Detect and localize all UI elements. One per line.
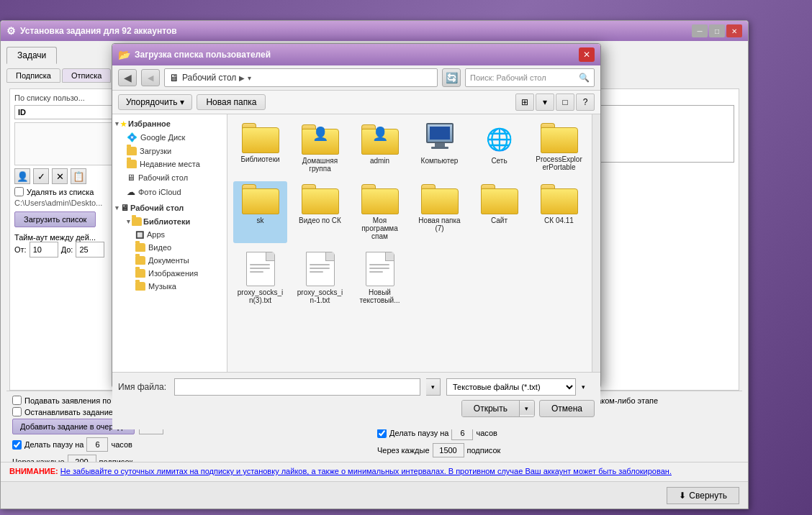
file-item[interactable]: ProcessExplorerPortable [532,120,586,176]
user-icon-btn1[interactable]: 👤 [14,168,30,184]
images-label: Изображения [148,269,198,278]
sidebar-item-desktop-fav[interactable]: 🖥 Рабочий стол [112,170,227,185]
file-item[interactable]: proxy_socks_in-1.txt [293,249,347,307]
subtab-unsubscription[interactable]: Отписка [62,68,111,83]
dialog-buttons: Открыть ▾ Отмена [118,400,595,417]
txt-file-icon [306,252,335,286]
warning-text[interactable]: Не забывайте о суточных лимитах на подпи… [60,467,672,475]
sidebar-item-documents[interactable]: Документы [112,254,227,267]
sidebar-item-icloud[interactable]: ☁ Фото iCloud [112,185,227,199]
folder-icon [541,184,578,214]
sidebar-item-images[interactable]: Изображения [112,267,227,280]
open-button-group[interactable]: Открыть ▾ [461,400,535,417]
file-item[interactable]: 🌐 Сеть [472,120,526,176]
file-item[interactable]: Новая папка (7) [412,181,466,243]
refresh-button[interactable]: 🔄 [442,68,461,87]
file-label: СК 04.11 [544,217,574,224]
filename-input[interactable] [174,378,420,396]
folder-icon [541,123,578,153]
sidebar-item-downloads[interactable]: Загрузки [112,145,227,158]
file-item[interactable]: Компьютер [412,120,466,176]
filename-dropdown-btn[interactable]: ▾ [426,378,441,396]
tab-tasks[interactable]: Задачи [6,47,57,64]
from-input[interactable] [30,242,58,258]
organize-arrow: ▾ [180,97,184,107]
file-label: Моя программа спам [356,217,404,240]
filetype-select[interactable]: Текстовые файлы (*.txt) [446,378,576,396]
checkbox-remove[interactable] [14,187,24,196]
desktop-group-header[interactable]: ▾ 🖥 Рабочий стол [112,201,227,215]
icloud-icon: ☁ [127,187,135,197]
file-item[interactable]: Видео по СК [293,181,347,243]
open-button-main[interactable]: Открыть [462,401,520,416]
sidebar-item-video[interactable]: Видео [112,241,227,254]
view-preview-btn[interactable]: □ [556,94,574,111]
file-item[interactable]: 👤 admin [353,120,407,176]
pause-left-unit: часов [111,440,132,449]
dialog-close-button[interactable]: ✕ [579,47,595,62]
txt-file-icon [246,252,275,286]
sidebar-item-music[interactable]: Музыка [112,280,227,293]
folder-icon [242,123,279,153]
stop-error-left-checkbox[interactable] [12,407,22,416]
search-icon[interactable]: 🔍 [579,73,590,83]
file-item[interactable]: СК 04.11 [532,181,586,243]
video-label: Видео [148,243,171,252]
pause-left-label: Делать паузу на [24,440,84,449]
favorites-header[interactable]: ▾ ★ Избранное [112,117,227,130]
every-right-value[interactable]: 1500 [433,443,464,457]
filename-row: Имя файла: ▾ Текстовые файлы (*.txt) ▾ [118,378,595,396]
file-label: Сеть [491,157,507,165]
file-item[interactable]: sk [233,181,287,243]
organize-button[interactable]: Упорядочить ▾ [118,94,192,110]
path-arrow: ▶ [239,74,245,82]
new-folder-button[interactable]: Новая папка [197,94,266,110]
libraries-subgroup: ▾ Библиотеки 🔲 Apps Видео Документ [112,215,227,293]
icloud-label: Фото iCloud [138,188,181,196]
every-right-row: Через каждые 1500 подписок [377,443,736,457]
pause-right-checkbox[interactable] [377,429,387,438]
pause-left-checkbox[interactable] [12,440,22,450]
file-item[interactable]: proxy_socks_in(3).txt [233,249,287,307]
minimize-button[interactable]: ─ [692,24,708,37]
file-item[interactable]: Библиотеки [233,120,287,176]
video-icon [135,243,145,252]
path-dropdown-arrow[interactable]: ▾ [248,74,259,82]
back-button[interactable]: ◀ [118,69,137,86]
forward-button[interactable]: ◀ [141,69,160,86]
sidebar-item-recent[interactable]: Недавние места [112,158,227,170]
user-icon-btn3[interactable]: ✕ [52,168,68,184]
pause-left-value[interactable]: 6 [86,437,108,452]
user-icon-btn4[interactable]: 📋 [71,168,86,184]
user-icon-btn2[interactable]: ✓ [33,168,49,184]
view-icons-btn[interactable]: ⊞ [515,94,534,111]
file-item[interactable]: Новый текстовый... [353,249,407,307]
collapse-button[interactable]: ⬇ Свернуть [667,487,739,504]
cancel-button[interactable]: Отмена [539,400,595,417]
to-input[interactable] [76,242,104,258]
file-item[interactable]: Сайт [472,181,526,243]
dialog-icon: 📂 [118,49,130,60]
desktop-fav-icon: 🖥 [127,173,135,183]
open-button-arrow[interactable]: ▾ [520,402,534,415]
folder-icon [481,184,518,214]
sidebar-item-apps[interactable]: 🔲 Apps [112,228,227,241]
close-button[interactable]: ✕ [726,24,742,37]
submit-checkbox[interactable] [12,396,22,405]
view-help-btn[interactable]: ? [576,94,595,111]
file-scrollbar[interactable] [592,114,600,372]
dialog-body: ▾ ★ Избранное 💠 Google Диск Загрузки Нед… [112,114,600,372]
file-item[interactable]: 👤 Домашняя группа [293,120,347,176]
sidebar-item-google-drive[interactable]: 💠 Google Диск [112,130,227,145]
file-item[interactable]: Моя программа спам [353,181,407,243]
view-details-btn[interactable]: ▾ [536,94,554,111]
filetype-dropdown-arrow[interactable]: ▾ [582,383,595,391]
maximize-button[interactable]: □ [709,24,725,37]
subtab-subscription[interactable]: Подписка [6,68,60,83]
file-label: Компьютер [421,157,459,165]
folder-icon [302,184,339,214]
file-label: ProcessExplorerPortable [535,155,583,171]
main-window-title: Установка задания для 92 аккаунтов [20,26,177,36]
load-list-btn[interactable]: Загрузить список [14,211,96,227]
libraries-header[interactable]: ▾ Библиотеки [112,215,227,228]
